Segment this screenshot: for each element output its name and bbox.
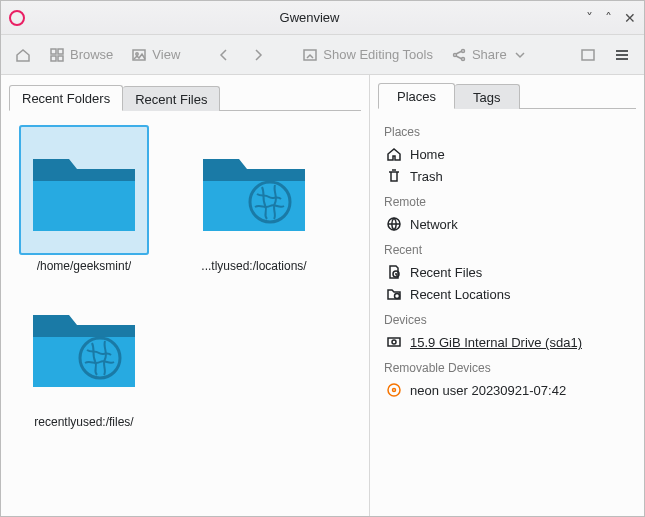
fullscreen-icon xyxy=(580,47,596,63)
folder-thumb xyxy=(19,125,149,255)
svg-point-5 xyxy=(136,52,138,54)
home-button[interactable] xyxy=(9,43,37,67)
chevron-left-icon xyxy=(216,47,232,63)
share-label: Share xyxy=(472,47,507,62)
svg-point-12 xyxy=(80,338,120,378)
svg-rect-0 xyxy=(51,49,56,54)
svg-point-15 xyxy=(395,294,400,299)
section-removable: Removable Devices xyxy=(384,361,634,375)
svg-point-18 xyxy=(388,384,400,396)
folder-label: ...tlyused:/locations/ xyxy=(201,259,306,273)
maximize-button[interactable]: ˄ xyxy=(605,11,612,25)
minimize-button[interactable]: ˅ xyxy=(586,11,593,25)
trash-icon xyxy=(386,168,402,184)
hamburger-icon xyxy=(614,47,630,63)
editing-tools-button[interactable]: Show Editing Tools xyxy=(296,43,439,67)
app-icon xyxy=(9,10,25,26)
folder-item[interactable]: ...tlyused:/locations/ xyxy=(179,121,329,277)
folder-label: recentlyused:/files/ xyxy=(34,415,133,429)
chevron-right-icon xyxy=(250,47,266,63)
share-icon xyxy=(451,47,467,63)
folder-thumb xyxy=(189,125,319,255)
network-icon xyxy=(386,216,402,232)
disc-icon xyxy=(386,382,402,398)
svg-point-19 xyxy=(393,389,396,392)
browse-label: Browse xyxy=(70,47,113,62)
fullscreen-button[interactable] xyxy=(574,43,602,67)
right-tabs: Places Tags xyxy=(378,81,636,109)
tab-tags[interactable]: Tags xyxy=(455,84,519,109)
window: Gwenview ˅ ˄ ✕ Browse View Show Editing xyxy=(0,0,645,517)
window-controls: ˅ ˄ ✕ xyxy=(586,11,636,25)
place-home[interactable]: Home xyxy=(384,143,634,165)
globe-icon xyxy=(247,179,293,225)
svg-rect-1 xyxy=(58,49,63,54)
home-icon xyxy=(386,146,402,162)
hamburger-menu-button[interactable] xyxy=(608,43,636,67)
place-trash[interactable]: Trash xyxy=(384,165,634,187)
folder-item[interactable]: recentlyused:/files/ xyxy=(9,277,159,433)
svg-rect-3 xyxy=(58,56,63,61)
drive-icon xyxy=(386,334,402,350)
section-devices: Devices xyxy=(384,313,634,327)
image-icon xyxy=(131,47,147,63)
tab-places[interactable]: Places xyxy=(378,83,455,109)
chevron-down-icon xyxy=(512,47,528,63)
place-internal-drive[interactable]: 15.9 GiB Internal Drive (sda1) xyxy=(384,331,634,353)
browse-button[interactable]: Browse xyxy=(43,43,119,67)
editing-tools-label: Show Editing Tools xyxy=(323,47,433,62)
back-button[interactable] xyxy=(210,43,238,67)
section-recent: Recent xyxy=(384,243,634,257)
globe-icon xyxy=(77,335,123,381)
folder-item[interactable]: /home/geeksmint/ xyxy=(9,121,159,277)
svg-rect-16 xyxy=(388,338,400,346)
left-tabs: Recent Folders Recent Files xyxy=(9,83,361,111)
folder-label: /home/geeksmint/ xyxy=(37,259,132,273)
forward-button[interactable] xyxy=(244,43,272,67)
places-panel: Places Home Trash Remote Network Recent xyxy=(370,113,644,516)
window-title: Gwenview xyxy=(33,10,586,25)
edit-image-icon xyxy=(302,47,318,63)
svg-rect-2 xyxy=(51,56,56,61)
svg-point-11 xyxy=(250,182,290,222)
view-label: View xyxy=(152,47,180,62)
share-button[interactable]: Share xyxy=(445,43,534,67)
place-removable-neon[interactable]: neon user 20230921-07:42 xyxy=(384,379,634,401)
view-button[interactable]: View xyxy=(125,43,186,67)
tab-recent-folders[interactable]: Recent Folders xyxy=(9,85,123,111)
grid-icon xyxy=(49,47,65,63)
folder-thumb xyxy=(19,281,149,411)
folder-clock-icon xyxy=(386,286,402,302)
right-pane: Places Tags Places Home Trash Remote Net… xyxy=(369,75,644,516)
folder-grid: /home/geeksmint/ ...tlyused:/location xyxy=(9,111,361,443)
close-button[interactable]: ✕ xyxy=(624,11,636,25)
svg-point-17 xyxy=(392,340,396,344)
section-remote: Remote xyxy=(384,195,634,209)
left-pane: Recent Folders Recent Files /home/geeksm… xyxy=(1,75,369,516)
file-clock-icon xyxy=(386,264,402,280)
titlebar: Gwenview ˅ ˄ ✕ xyxy=(1,1,644,35)
place-recent-locations[interactable]: Recent Locations xyxy=(384,283,634,305)
toolbar: Browse View Show Editing Tools Share xyxy=(1,35,644,75)
folder-icon xyxy=(29,145,139,235)
svg-rect-10 xyxy=(582,50,594,60)
home-icon xyxy=(15,47,31,63)
place-recent-files[interactable]: Recent Files xyxy=(384,261,634,283)
place-network[interactable]: Network xyxy=(384,213,634,235)
section-places: Places xyxy=(384,125,634,139)
main-body: Recent Folders Recent Files /home/geeksm… xyxy=(1,75,644,516)
tab-recent-files[interactable]: Recent Files xyxy=(123,86,220,111)
